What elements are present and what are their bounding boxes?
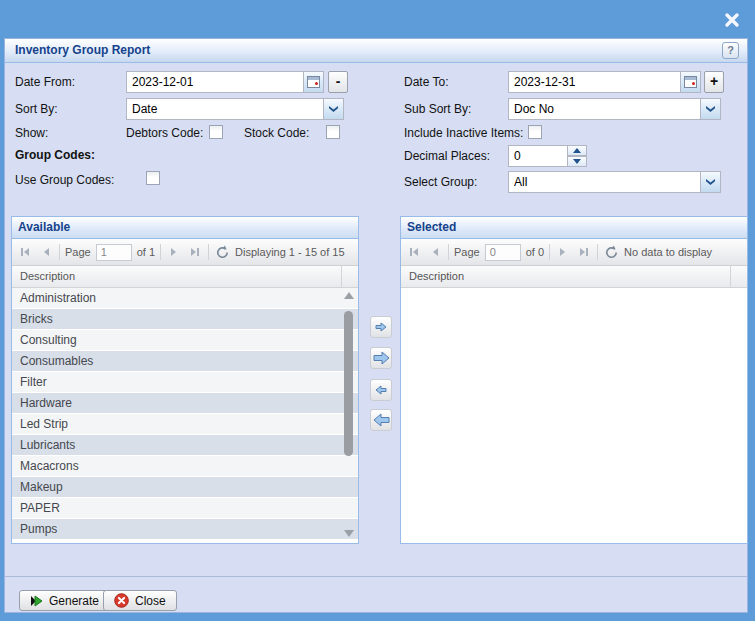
pager-separator bbox=[208, 244, 209, 260]
list-item[interactable]: Macacrons bbox=[12, 456, 358, 477]
pager-status-text: Displaying 1 - 15 of 15 bbox=[235, 246, 353, 258]
date-from-picker-button[interactable] bbox=[303, 71, 324, 93]
list-item[interactable]: Consulting bbox=[12, 330, 358, 351]
selected-panel-title: Selected bbox=[401, 217, 747, 239]
first-page-button[interactable] bbox=[406, 244, 422, 260]
group-codes-label: Group Codes: bbox=[15, 148, 95, 162]
pager-separator bbox=[597, 244, 598, 260]
scrollbar-thumb[interactable] bbox=[344, 311, 353, 456]
calendar-icon bbox=[307, 76, 320, 88]
pager-separator bbox=[448, 244, 449, 260]
remove-all-button[interactable] bbox=[370, 409, 392, 431]
sort-by-label: Sort By: bbox=[15, 102, 58, 116]
include-inactive-items-checkbox[interactable] bbox=[528, 125, 542, 139]
date-to-picker-button[interactable] bbox=[680, 71, 701, 93]
available-scrollbar[interactable] bbox=[343, 289, 356, 540]
close-red-icon bbox=[114, 593, 129, 608]
prev-page-button[interactable] bbox=[38, 244, 54, 260]
first-page-button[interactable] bbox=[17, 244, 33, 260]
date-to-label: Date To: bbox=[404, 75, 448, 89]
next-page-button[interactable] bbox=[166, 244, 182, 260]
page-number-input[interactable] bbox=[485, 244, 521, 261]
close-button[interactable]: Close bbox=[103, 590, 177, 611]
spinner-up-button[interactable] bbox=[567, 145, 587, 156]
pager-separator bbox=[549, 244, 550, 260]
spinner-down-button[interactable] bbox=[567, 156, 587, 167]
close-button-label: Close bbox=[135, 594, 166, 608]
inventory-group-report-dialog: Inventory Group Report ? Date From: - So… bbox=[4, 38, 748, 613]
description-column-header[interactable]: Description bbox=[12, 266, 358, 288]
selected-list bbox=[401, 288, 747, 543]
selected-pager: Page of 0 No data to display bbox=[401, 239, 747, 266]
first-page-icon bbox=[407, 245, 421, 259]
refresh-icon bbox=[215, 245, 230, 260]
page-of-label: of 1 bbox=[137, 246, 155, 258]
date-from-minus-button[interactable]: - bbox=[328, 71, 348, 93]
pager-separator bbox=[59, 244, 60, 260]
pager-separator bbox=[160, 244, 161, 260]
help-button[interactable]: ? bbox=[722, 42, 739, 59]
list-item[interactable]: Pumps bbox=[12, 519, 358, 540]
refresh-button[interactable] bbox=[214, 244, 230, 260]
list-item[interactable]: Lubricants bbox=[12, 435, 358, 456]
prev-page-button[interactable] bbox=[427, 244, 443, 260]
refresh-button[interactable] bbox=[603, 244, 619, 260]
sub-sort-by-trigger[interactable] bbox=[700, 99, 720, 119]
page-number-input[interactable] bbox=[96, 244, 132, 261]
list-item[interactable]: Administration bbox=[12, 288, 358, 309]
use-group-codes-checkbox[interactable] bbox=[146, 171, 160, 185]
decimal-places-input[interactable] bbox=[508, 145, 568, 167]
sub-sort-by-value: Doc No bbox=[509, 99, 700, 119]
dialog-header: Inventory Group Report ? bbox=[5, 39, 747, 63]
dialog-title: Inventory Group Report bbox=[15, 43, 150, 57]
window-close-button[interactable] bbox=[723, 11, 741, 29]
include-inactive-items-label: Include Inactive Items: bbox=[404, 126, 523, 140]
available-panel: Available Page of 1 Displaying 1 bbox=[11, 216, 359, 544]
list-item[interactable]: Filter bbox=[12, 372, 358, 393]
scroll-down-icon[interactable] bbox=[344, 530, 354, 537]
remove-selected-button[interactable] bbox=[370, 379, 392, 401]
arrow-left-large-icon bbox=[373, 413, 390, 427]
arrow-right-large-icon bbox=[373, 351, 390, 365]
list-item[interactable]: Bricks bbox=[12, 309, 358, 330]
chevron-down-icon bbox=[329, 106, 338, 112]
select-group-combobox[interactable]: All bbox=[508, 171, 721, 193]
sort-by-trigger[interactable] bbox=[323, 99, 343, 119]
list-item[interactable]: PAPER bbox=[12, 498, 358, 519]
select-group-trigger[interactable] bbox=[700, 172, 720, 192]
stock-code-checkbox[interactable] bbox=[326, 125, 340, 139]
selected-panel: Selected Page of 0 No data to dis bbox=[400, 216, 748, 544]
available-pager: Page of 1 Displaying 1 - 15 of 15 bbox=[12, 239, 358, 266]
next-page-icon bbox=[556, 245, 570, 259]
generate-button[interactable]: Generate bbox=[19, 590, 110, 611]
prev-page-icon bbox=[428, 245, 442, 259]
list-item[interactable]: Consumables bbox=[12, 351, 358, 372]
add-selected-button[interactable] bbox=[370, 316, 392, 338]
stock-code-label: Stock Code: bbox=[244, 126, 309, 140]
use-group-codes-label: Use Group Codes: bbox=[15, 173, 114, 187]
debtors-code-label: Debtors Code: bbox=[126, 126, 203, 140]
list-item[interactable]: Hardware bbox=[12, 393, 358, 414]
prev-page-icon bbox=[39, 245, 53, 259]
scroll-up-icon[interactable] bbox=[344, 292, 354, 299]
date-to-plus-button[interactable]: + bbox=[704, 71, 724, 93]
arrow-right-small-icon bbox=[375, 322, 387, 332]
date-to-input[interactable] bbox=[508, 71, 681, 93]
date-from-input[interactable] bbox=[126, 71, 304, 93]
page-of-label: of 0 bbox=[526, 246, 544, 258]
last-page-button[interactable] bbox=[576, 244, 592, 260]
last-page-button[interactable] bbox=[187, 244, 203, 260]
list-item[interactable]: Led Strip bbox=[12, 414, 358, 435]
available-list: AdministrationBricksConsultingConsumable… bbox=[12, 288, 358, 543]
pager-status-text: No data to display bbox=[624, 246, 742, 258]
add-all-button[interactable] bbox=[370, 347, 392, 369]
generate-play-icon bbox=[30, 595, 43, 607]
list-item[interactable]: Makeup bbox=[12, 477, 358, 498]
next-page-button[interactable] bbox=[555, 244, 571, 260]
last-page-icon bbox=[577, 245, 591, 259]
sub-sort-by-combobox[interactable]: Doc No bbox=[508, 98, 721, 120]
debtors-code-checkbox[interactable] bbox=[209, 125, 223, 139]
description-column-header[interactable]: Description bbox=[401, 266, 747, 288]
chevron-down-icon bbox=[706, 179, 715, 185]
sort-by-combobox[interactable]: Date bbox=[126, 98, 344, 120]
